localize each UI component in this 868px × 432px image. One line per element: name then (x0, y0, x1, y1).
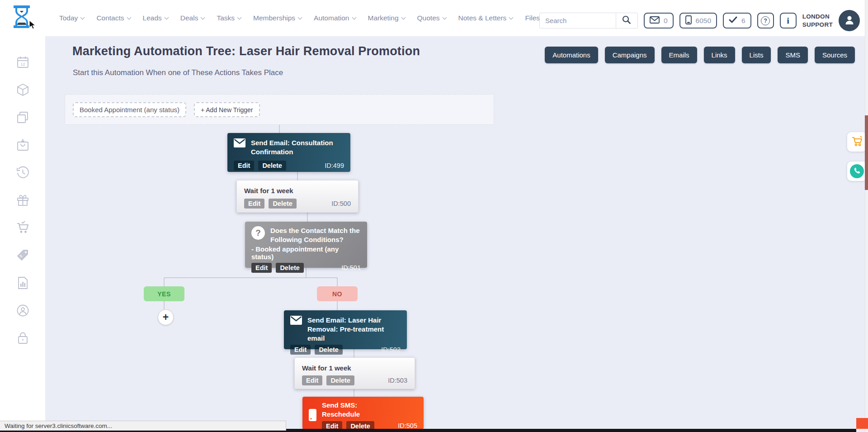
price-tag-icon[interactable]: $ (16, 248, 30, 262)
gift-icon[interactable] (16, 193, 30, 207)
cart-icon (851, 136, 863, 148)
add-step-button[interactable]: + (158, 309, 174, 325)
branch-yes-label: YES (144, 286, 184, 301)
connector-line (164, 277, 338, 278)
chevron-down-icon (401, 15, 406, 19)
node-id: ID:500 (331, 200, 351, 207)
chevron-down-icon (127, 15, 131, 19)
add-trigger-button[interactable]: + Add New Trigger (194, 102, 260, 117)
connector-line (337, 301, 338, 310)
campaigns-button[interactable]: Campaigns (605, 47, 655, 63)
automation-node-wait-500[interactable]: Wait for 1 week Edit Delete ID:500 (236, 180, 359, 213)
nav-tasks[interactable]: Tasks (217, 14, 241, 22)
page-subtitle: Start this Automation When one of These … (73, 68, 283, 77)
lock-icon[interactable] (16, 331, 30, 345)
search-input[interactable] (540, 17, 616, 24)
automation-node-sms-505[interactable]: Send SMS: Reschedule Edit Delete ID:505 (302, 397, 424, 429)
clinicsoftware-app: Today Contacts Leads Deals Tasks Members… (0, 0, 868, 432)
delete-button[interactable]: Delete (276, 263, 304, 273)
nav-contacts[interactable]: Contacts (96, 14, 130, 22)
nav-label: Deals (180, 14, 198, 22)
nav-notes-letters[interactable]: Notes & Letters (458, 14, 513, 22)
sources-button[interactable]: Sources (815, 47, 855, 63)
nav-label: Notes & Letters (458, 14, 507, 22)
calls-count: 6050 (696, 17, 711, 25)
nav-label: Tasks (217, 14, 235, 22)
automation-node-email-499[interactable]: Send Email: Consultation Confirmation Ed… (227, 133, 350, 172)
help-button[interactable]: ? (757, 13, 774, 28)
info-button[interactable]: i (780, 13, 797, 28)
bag-download-icon[interactable] (16, 138, 30, 152)
edit-button[interactable]: Edit (251, 263, 272, 273)
connector-line (164, 301, 165, 309)
chevron-down-icon (237, 15, 242, 19)
delete-button[interactable]: Delete (269, 199, 297, 209)
scrollbar-track[interactable] (865, 0, 868, 432)
nav-deals[interactable]: Deals (180, 14, 205, 22)
search-box (539, 13, 638, 28)
delete-button[interactable]: Delete (258, 161, 286, 171)
lists-button[interactable]: Lists (742, 47, 771, 63)
automation-node-condition-501[interactable]: ? Does the Contact Match the Following C… (245, 222, 367, 268)
nav-label: Files (525, 14, 540, 22)
connector-line (337, 277, 338, 286)
delete-button[interactable]: Delete (315, 345, 343, 355)
nav-label: Marketing (368, 14, 399, 22)
automation-node-wait-503[interactable]: Wait for 1 week Edit Delete ID:503 (294, 357, 415, 389)
delete-button[interactable]: Delete (326, 375, 354, 385)
scrollbar-thumb[interactable] (865, 115, 868, 190)
package-icon[interactable] (16, 83, 30, 97)
messages-badge[interactable]: 0 (644, 13, 674, 28)
nav-marketing[interactable]: Marketing (368, 14, 405, 22)
mobile-icon (685, 15, 692, 26)
chevron-down-icon (80, 15, 85, 19)
search-button[interactable] (616, 13, 637, 28)
history-icon[interactable] (16, 166, 30, 180)
edit-button[interactable]: Edit (244, 199, 264, 209)
nav-today[interactable]: Today (59, 14, 84, 22)
tasks-count: 6 (741, 17, 745, 25)
mouse-cursor-icon (29, 20, 37, 32)
node-id: ID:502 (381, 346, 401, 353)
calendar-icon[interactable]: 12 (16, 55, 30, 69)
info-icon: i (787, 16, 789, 26)
edit-button[interactable]: Edit (234, 161, 254, 171)
chevron-down-icon (298, 15, 302, 19)
avatar[interactable] (839, 10, 860, 31)
sms-button[interactable]: SMS (778, 47, 808, 63)
floating-cart-button[interactable] (847, 132, 867, 152)
browser-status-bar: Waiting for server3.clinicsoftware.com..… (0, 421, 286, 431)
edit-button[interactable]: Edit (290, 345, 311, 355)
chevron-down-icon (164, 15, 169, 19)
copy-icon[interactable] (16, 110, 30, 124)
nav-leads[interactable]: Leads (143, 14, 168, 22)
node-id: ID:499 (325, 162, 344, 169)
connector-line (354, 389, 354, 397)
left-sidebar: 12 $ (0, 36, 45, 432)
automation-node-email-502[interactable]: Send Email: Laser Hair Removal: Pre-trea… (284, 310, 407, 349)
account-circle-icon[interactable] (16, 304, 30, 318)
floating-whatsapp-button[interactable] (847, 161, 867, 181)
cart-icon[interactable] (16, 221, 30, 235)
envelope-icon (290, 316, 302, 327)
nav-label: Today (59, 14, 78, 22)
nav-memberships[interactable]: Memberships (253, 14, 302, 22)
nav-files[interactable]: Files (525, 14, 540, 22)
node-title: Send Email: Laser Hair Removal: Pre-trea… (307, 316, 401, 342)
tasks-badge[interactable]: 6 (723, 13, 751, 28)
messages-count: 0 (664, 17, 668, 25)
node-title: Wait for 1 week (244, 186, 351, 195)
nav-automation[interactable]: Automation (314, 14, 355, 22)
automations-button[interactable]: Automations (545, 47, 598, 63)
report-icon[interactable] (16, 276, 30, 290)
edit-button[interactable]: Edit (302, 375, 322, 385)
account-name-line1: LONDON (802, 13, 833, 21)
marketing-toolbar: Automations Campaigns Emails Links Lists… (545, 47, 855, 63)
node-id: ID:503 (388, 377, 407, 384)
emails-button[interactable]: Emails (661, 47, 697, 63)
trigger-chip[interactable]: Booked Appointment (any status) (73, 102, 186, 117)
links-button[interactable]: Links (704, 47, 735, 63)
account-name: LONDON SUPPORT (802, 13, 833, 28)
nav-quotes[interactable]: Quotes (417, 14, 446, 22)
calls-badge[interactable]: 6050 (679, 13, 717, 28)
